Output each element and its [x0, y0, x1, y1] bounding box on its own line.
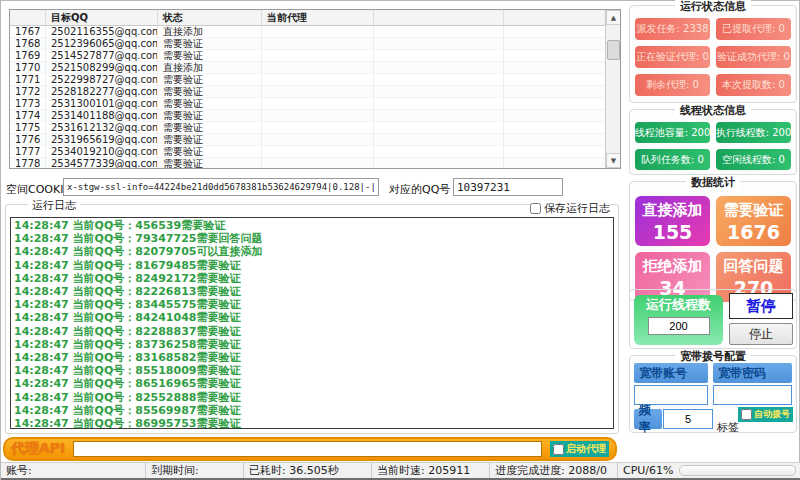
run-status-item: 派发任务: 2338 — [635, 18, 710, 40]
proxy-api-label: 代理API — [11, 440, 65, 458]
row-current-proxy — [262, 74, 374, 85]
row-current-proxy — [262, 146, 374, 157]
thread-status-group: 线程状态信息 线程池容量: 200 执行线程数: 200 队列任务数: 0 空闲… — [629, 109, 797, 175]
table-body: 1767 2502116355@qq.com 直接添加 1768 2512396… — [10, 26, 620, 169]
results-table: 目标QQ 状态 当前代理 1767 2502116355@qq.com 直接添加… — [9, 9, 621, 169]
dialup-title: 宽带拨号配置 — [675, 349, 751, 364]
auto-dial-checkbox-input[interactable] — [741, 409, 752, 420]
status-elapsed: 已耗时: 36.505秒 — [244, 463, 372, 479]
row-status: 直接添加 — [158, 26, 262, 37]
table-row[interactable]: 1768 2512396065@qq.com 需要验证 — [10, 38, 620, 50]
save-log-label: 保存运行日志 — [544, 201, 610, 216]
status-expire: 到期时间: — [146, 463, 244, 479]
scroll-down-icon[interactable]: ▼ — [606, 153, 621, 168]
table-row[interactable]: 1771 2522998727@qq.com 需要验证 — [10, 74, 620, 86]
app-window: 目标QQ 状态 当前代理 1767 2502116355@qq.com 直接添加… — [0, 0, 800, 480]
row-target-qq: 2531965619@qq.com — [46, 134, 158, 145]
broadband-password-input[interactable] — [713, 385, 792, 405]
pause-button[interactable]: 暂停 — [729, 293, 793, 319]
thread-status-item: 线程池容量: 200 — [635, 122, 710, 143]
data-stats-group: 数据统计 直接添加 155 需要验证 1676 拒绝添加 34 回答 — [629, 181, 797, 301]
table-row[interactable]: 1774 2531401188@qq.com 需要验证 — [10, 110, 620, 122]
log-line: 14:28:47 当前QQ号：84241048需要验证 — [14, 311, 610, 324]
row-index: 1769 — [10, 50, 46, 61]
status-progressbar — [679, 465, 796, 476]
row-spare1 — [374, 110, 504, 121]
row-spare2 — [504, 74, 620, 85]
run-log-box[interactable]: 14:28:47 当前QQ号：456539需要验证 14:28:47 当前QQ号… — [10, 217, 614, 429]
row-target-qq: 2531401188@qq.com — [46, 110, 158, 121]
row-spare2 — [504, 122, 620, 133]
run-status-item: 验证成功代理: 0 — [716, 46, 791, 68]
row-spare1 — [374, 146, 504, 157]
table-row[interactable]: 1772 2528182277@qq.com 需要验证 — [10, 86, 620, 98]
row-index: 1772 — [10, 86, 46, 97]
auto-proxy-checkbox[interactable]: 启动代理 — [550, 441, 609, 457]
proxy-api-input[interactable] — [73, 441, 542, 457]
table-row[interactable]: 1776 2531965619@qq.com 需要验证 — [10, 134, 620, 146]
run-log-title: 运行日志 — [28, 198, 80, 213]
scroll-up-icon[interactable]: ▲ — [606, 10, 621, 25]
save-log-checkbox[interactable]: 保存运行日志 — [530, 201, 610, 216]
table-row[interactable]: 1777 2534019210@qq.com 需要验证 — [10, 146, 620, 158]
header-current-proxy[interactable]: 当前代理 — [262, 10, 374, 25]
table-scrollbar[interactable]: ▲ ▼ — [605, 10, 620, 168]
stat-tile-label: 回答问题 — [716, 256, 791, 276]
table-row[interactable]: 1767 2502116355@qq.com 直接添加 — [10, 26, 620, 38]
status-cpu: CPU/61% — [618, 463, 674, 479]
table-row[interactable]: 1770 2521508299@qq.com 直接添加 — [10, 62, 620, 74]
thread-count-input[interactable] — [648, 317, 710, 335]
row-current-proxy — [262, 86, 374, 97]
row-spare1 — [374, 50, 504, 61]
stat-tile-label: 拒绝添加 — [635, 256, 710, 276]
row-current-proxy — [262, 134, 374, 145]
stop-button[interactable]: 停止 — [729, 323, 793, 345]
row-target-qq: 2531612132@qq.com — [46, 122, 158, 133]
run-log-group: 运行日志 保存运行日志 14:28:47 当前QQ号：456539需要验证 14… — [5, 204, 619, 434]
scrollbar-thumb[interactable] — [607, 40, 620, 60]
save-log-checkbox-input[interactable] — [530, 203, 541, 214]
table-row[interactable]: 1773 2531300101@qq.com 需要验证 — [10, 98, 620, 110]
row-current-proxy — [262, 98, 374, 109]
row-index: 1770 — [10, 62, 46, 73]
row-index: 1774 — [10, 110, 46, 121]
broadband-account-label: 宽带账号 — [634, 363, 708, 383]
stat-tile-value: 155 — [635, 220, 710, 244]
run-status-group: 运行状态信息 派发任务: 2338 已提取代理: 0 正在验证代理: 0 验证成… — [629, 5, 797, 103]
row-current-proxy — [262, 62, 374, 73]
row-target-qq: 2528182277@qq.com — [46, 86, 158, 97]
auto-proxy-checkbox-input[interactable] — [553, 444, 564, 455]
frequency-input[interactable] — [663, 409, 713, 429]
log-line: 14:28:47 当前QQ号：86516965需要验证 — [14, 377, 610, 390]
thread-status-item: 队列任务数: 0 — [635, 149, 710, 170]
cookie-input[interactable] — [63, 178, 379, 196]
auto-dial-checkbox[interactable]: 自动拨号 — [738, 407, 793, 422]
table-row[interactable]: 1769 2514527877@qq.com 需要验证 — [10, 50, 620, 62]
header-status[interactable]: 状态 — [158, 10, 262, 25]
row-current-proxy — [262, 122, 374, 133]
row-spare2 — [504, 62, 620, 73]
header-target-qq[interactable]: 目标QQ — [46, 10, 158, 25]
row-target-qq: 2531300101@qq.com — [46, 98, 158, 109]
qq-number-input[interactable] — [453, 178, 563, 196]
row-spare1 — [374, 62, 504, 73]
header-spare2 — [504, 10, 620, 25]
running-threads-label: 运行线程数 — [634, 295, 723, 315]
log-line: 14:28:47 当前QQ号：82079705可以直接添加 — [14, 245, 610, 258]
row-index: 1773 — [10, 98, 46, 109]
log-line: 14:28:47 当前QQ号：86995753需要验证 — [14, 417, 610, 429]
stat-tile-value: 1676 — [716, 220, 791, 244]
row-current-proxy — [262, 110, 374, 121]
row-target-qq: 2514527877@qq.com — [46, 50, 158, 61]
row-spare2 — [504, 146, 620, 157]
row-index: 1771 — [10, 74, 46, 85]
table-row[interactable]: 1775 2531612132@qq.com 需要验证 — [10, 122, 620, 134]
table-row[interactable]: 1778 2534577339@qq.com 需要验证 — [10, 158, 620, 169]
table-header[interactable]: 目标QQ 状态 当前代理 — [10, 10, 620, 26]
row-spare1 — [374, 98, 504, 109]
run-status-item: 剩余代理: 0 — [635, 74, 710, 96]
header-index[interactable] — [10, 10, 46, 25]
row-spare1 — [374, 38, 504, 49]
run-status-item: 正在验证代理: 0 — [635, 46, 710, 68]
row-spare2 — [504, 98, 620, 109]
